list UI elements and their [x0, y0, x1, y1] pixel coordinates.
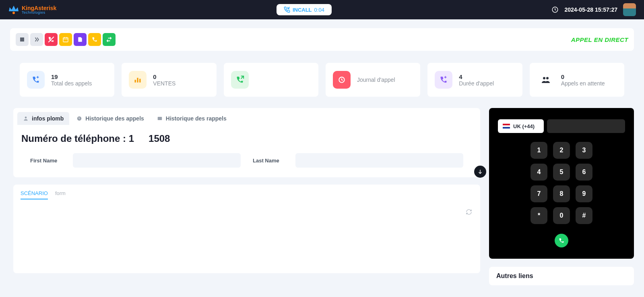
phone-rest: 1508	[149, 133, 170, 144]
document-button[interactable]	[74, 33, 87, 46]
brand-primary: KingAsterisk	[22, 5, 56, 11]
stat-total-calls: 19 Total des appels	[20, 63, 114, 97]
key-4[interactable]: 4	[530, 164, 547, 181]
svg-point-10	[25, 116, 27, 118]
lead-card-wrap: infos plomb Historique des appels	[13, 108, 480, 177]
key-0[interactable]: 0	[553, 207, 570, 224]
stat-call-duration: 4 Durée d'appel	[427, 63, 522, 97]
stat-value: 19	[51, 73, 92, 80]
first-name-label: First Name	[30, 158, 66, 164]
form-row-name: First Name Last Name	[13, 150, 480, 171]
key-hash[interactable]: #	[576, 207, 592, 224]
lead-card: infos plomb Historique des appels	[13, 108, 480, 177]
stop-button[interactable]	[16, 33, 29, 46]
country-code-select[interactable]: UK (+44)	[498, 119, 544, 133]
last-name-label: Last Name	[253, 158, 289, 164]
other-links-title: Autres liens	[496, 272, 533, 279]
svg-rect-12	[158, 117, 162, 120]
svg-rect-4	[135, 80, 136, 83]
keypad: 1 2 3 4 5 6 7 8 9 * 0 #	[498, 142, 625, 224]
stat-label: Appels en attente	[561, 80, 605, 87]
live-call-label: APPEL EN DIRECT	[571, 36, 628, 43]
key-5[interactable]: 5	[553, 164, 570, 181]
forward-button[interactable]	[30, 33, 43, 46]
scenario-tab-form[interactable]: form	[55, 190, 66, 199]
toolbar: APPEL EN DIRECT	[10, 28, 634, 51]
stats-row: 19 Total des appels 0 VENTES	[20, 63, 624, 97]
person-icon	[23, 116, 29, 121]
phone-incoming-icon	[284, 6, 290, 13]
stat-label: Durée d'appel	[459, 80, 494, 87]
stat-label: Journal d'appel	[357, 77, 395, 83]
svg-rect-1	[20, 37, 24, 42]
scenario-tab-scenario[interactable]: SCÉNARIO	[21, 190, 48, 199]
tab-call-history[interactable]: Historique des appels	[71, 112, 149, 125]
call-button[interactable]	[88, 33, 101, 46]
dialer: UK (+44) 1 2 3 4 5 6 7 8 9 * 0 #	[489, 108, 634, 259]
users-icon	[537, 71, 555, 89]
scenario-card: SCÉNARIO form	[13, 185, 480, 273]
key-7[interactable]: 7	[530, 185, 547, 202]
last-name-field: Last Name	[253, 153, 463, 168]
key-2[interactable]: 2	[553, 142, 570, 159]
stat-value: 4	[459, 73, 494, 80]
stat-waiting-calls: 0 Appels en attente	[530, 63, 624, 97]
refresh-icon[interactable]	[466, 209, 472, 215]
tab-label: Historique des appels	[85, 115, 144, 122]
stat-call-log: Journal d'appel	[326, 63, 420, 97]
key-3[interactable]: 3	[576, 142, 592, 159]
transfer-button[interactable]	[103, 33, 116, 46]
dialer-call-button[interactable]	[555, 234, 568, 247]
first-name-field: First Name	[30, 153, 241, 168]
calendar-button[interactable]	[59, 33, 72, 46]
tab-label: infos plomb	[32, 115, 64, 122]
svg-point-9	[546, 77, 549, 79]
brand-text: KingAsterisk Technologies	[22, 5, 56, 15]
phone-plus-icon	[435, 71, 452, 89]
svg-rect-5	[137, 78, 138, 83]
callback-icon	[157, 116, 163, 121]
phone-incoming-icon	[231, 71, 249, 89]
dialer-top: UK (+44)	[498, 119, 625, 133]
right-column: UK (+44) 1 2 3 4 5 6 7 8 9 * 0 #	[489, 108, 634, 285]
phone-number-title: Numéro de téléphone : 11508	[13, 125, 480, 150]
scenario-tabs: SCÉNARIO form	[21, 190, 473, 199]
toolbar-buttons	[16, 33, 116, 46]
dialer-input[interactable]	[547, 119, 625, 133]
key-6[interactable]: 6	[576, 164, 592, 181]
incall-label: INCALL	[293, 7, 312, 13]
hangup-button[interactable]	[45, 33, 58, 46]
avatar[interactable]	[623, 3, 636, 16]
clock-icon	[551, 6, 559, 13]
header-center: INCALL 0:04	[277, 4, 332, 15]
key-1[interactable]: 1	[530, 142, 547, 159]
key-9[interactable]: 9	[576, 185, 592, 202]
phone-prefix: 1	[129, 133, 134, 144]
tab-label: Historique des rappels	[166, 115, 227, 122]
left-column: infos plomb Historique des appels	[13, 108, 480, 285]
bar-chart-icon	[129, 71, 147, 89]
key-8[interactable]: 8	[553, 185, 570, 202]
svg-rect-3	[63, 37, 68, 42]
key-star[interactable]: *	[530, 207, 547, 224]
tab-lead-info[interactable]: infos plomb	[17, 112, 69, 125]
phone-label: Numéro de téléphone :	[21, 133, 129, 144]
first-name-input[interactable]	[73, 153, 241, 168]
svg-rect-6	[139, 79, 140, 83]
incall-pill[interactable]: INCALL 0:04	[277, 4, 332, 15]
crown-icon	[8, 5, 19, 15]
app-header: KingAsterisk Technologies INCALL 0:04 20…	[0, 0, 644, 19]
stat-value: 0	[153, 73, 175, 80]
last-name-input[interactable]	[295, 153, 463, 168]
svg-point-8	[543, 77, 545, 79]
other-links-card: Autres liens	[489, 267, 634, 285]
brand: KingAsterisk Technologies	[8, 5, 56, 15]
stat-value: 0	[561, 73, 605, 80]
country-code-label: UK (+44)	[513, 123, 535, 129]
tab-callback-history[interactable]: Historique des rappels	[151, 112, 232, 125]
scroll-down-button[interactable]	[474, 166, 486, 178]
brand-secondary: Technologies	[22, 11, 56, 15]
uk-flag-icon	[503, 124, 510, 129]
incall-timer: 0:04	[314, 7, 324, 13]
phone-plus-icon	[27, 71, 45, 89]
